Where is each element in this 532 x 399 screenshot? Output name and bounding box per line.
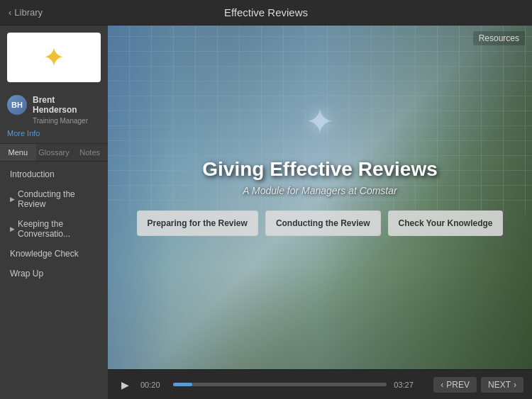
slide-titles: Giving Effective Reviews A Module for Ma… bbox=[202, 159, 437, 196]
next-button[interactable]: NEXT › bbox=[481, 377, 523, 393]
user-role: Training Manager bbox=[33, 117, 88, 125]
logo-star-icon: ✦ bbox=[43, 44, 65, 71]
bottom-controls: ▶ 00:20 03:27 ‹ PREV NEXT › bbox=[108, 369, 532, 399]
knowledge-button[interactable]: Check Your Knowledge bbox=[388, 210, 504, 236]
play-button[interactable]: ▶ bbox=[116, 376, 133, 393]
sidebar-logo: ✦ bbox=[7, 33, 101, 82]
nav-controls: ‹ PREV NEXT › bbox=[433, 377, 523, 393]
preparing-button[interactable]: Preparing for the Review bbox=[137, 210, 258, 236]
prev-chevron-icon: ‹ bbox=[440, 380, 443, 390]
conducting-button[interactable]: Conducting the Review bbox=[265, 210, 381, 236]
back-label: Library bbox=[14, 7, 43, 18]
slide-main-title: Giving Effective Reviews bbox=[202, 159, 437, 181]
slide-background: Resources ✦ Giving Effective Reviews A M… bbox=[108, 26, 532, 369]
prev-label: PREV bbox=[446, 380, 470, 390]
sidebar: ✦ BH Brent Henderson Training Manager Mo… bbox=[0, 26, 108, 399]
menu-item-introduction[interactable]: Introduction bbox=[0, 164, 108, 184]
menu-items: Introduction ▶ Conducting the Review ▶ K… bbox=[0, 162, 108, 399]
menu-item-conducting[interactable]: ▶ Conducting the Review bbox=[0, 184, 108, 214]
slide-area: Resources ✦ Giving Effective Reviews A M… bbox=[108, 26, 532, 369]
back-button[interactable]: ‹ Library bbox=[9, 7, 43, 18]
chevron-icon: ▶ bbox=[10, 196, 15, 203]
next-label: NEXT bbox=[488, 380, 511, 390]
menu-item-wrap-up[interactable]: Wrap Up bbox=[0, 264, 108, 283]
more-info-link[interactable]: More Info bbox=[0, 128, 108, 143]
page-title: Effective Reviews bbox=[224, 6, 308, 18]
menu-item-knowledge-check[interactable]: Knowledge Check bbox=[0, 244, 108, 264]
resources-button[interactable]: Resources bbox=[473, 31, 525, 45]
main-area: ✦ BH Brent Henderson Training Manager Mo… bbox=[0, 26, 532, 399]
slide-star-icon: ✦ bbox=[305, 101, 335, 142]
tab-glossary[interactable]: Glossary bbox=[36, 144, 72, 161]
user-info: Brent Henderson Training Manager bbox=[33, 95, 88, 125]
avatar: BH bbox=[7, 95, 27, 115]
menu-item-keeping[interactable]: ▶ Keeping the Conversatio... bbox=[0, 214, 108, 244]
avatar-initials: BH bbox=[11, 101, 23, 109]
tab-notes[interactable]: Notes bbox=[72, 144, 108, 161]
back-chevron-icon: ‹ bbox=[9, 7, 11, 18]
time-total: 03:27 bbox=[394, 381, 419, 389]
chevron-icon: ▶ bbox=[10, 225, 15, 232]
progress-bar[interactable] bbox=[173, 383, 387, 386]
slide-sub-title: A Module for Managers at Comstar bbox=[202, 185, 437, 196]
content-area: Resources ✦ Giving Effective Reviews A M… bbox=[108, 26, 532, 399]
progress-bar-fill bbox=[173, 383, 192, 386]
top-header: ‹ Library Effective Reviews bbox=[0, 0, 532, 26]
time-current: 00:20 bbox=[140, 381, 166, 389]
user-name: Brent Henderson bbox=[33, 95, 88, 116]
slide-buttons: Preparing for the Review Conducting the … bbox=[137, 210, 504, 236]
tab-menu[interactable]: Menu bbox=[0, 144, 36, 161]
sidebar-user: BH Brent Henderson Training Manager bbox=[0, 89, 108, 128]
prev-button[interactable]: ‹ PREV bbox=[433, 377, 477, 393]
next-chevron-icon: › bbox=[514, 380, 516, 390]
sidebar-tabs: Menu Glossary Notes bbox=[0, 143, 108, 162]
